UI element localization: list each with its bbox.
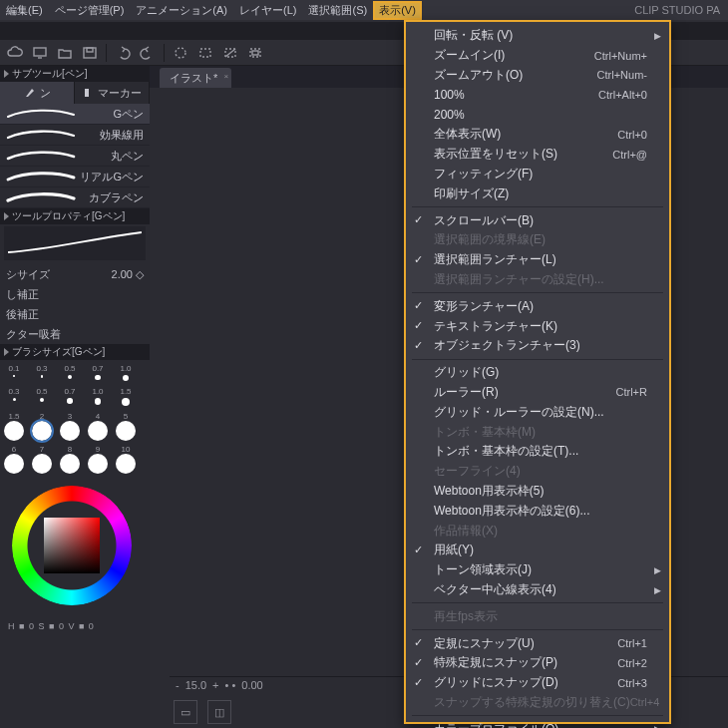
sv-square[interactable] xyxy=(44,518,100,573)
property-row[interactable]: シサイズ2.00 ◇ xyxy=(0,264,150,284)
submenu-arrow-icon: ▶ xyxy=(654,31,661,41)
document-tab[interactable]: イラスト* × xyxy=(160,68,231,88)
menu-item[interactable]: アニメーション(A) xyxy=(130,1,233,20)
svg-rect-4 xyxy=(200,49,210,57)
menu-item[interactable]: レイヤー(L) xyxy=(233,1,302,20)
size-preset[interactable]: 0.5 xyxy=(60,364,80,381)
menu-item[interactable]: ページ管理(P) xyxy=(49,1,131,20)
view-menu-dropdown[interactable]: 回転・反転 (V)▶ズームイン(I)Ctrl+Num+ズームアウト(O)Ctrl… xyxy=(404,20,671,724)
size-preset[interactable]: 0.7 xyxy=(60,387,80,406)
brush-row[interactable]: リアルGペン xyxy=(0,167,150,187)
subtool-panel-title: サブツール[ペン] xyxy=(0,66,150,82)
ruler-tool-1-icon[interactable]: ▭ xyxy=(174,700,197,724)
size-preset[interactable]: 1.0 xyxy=(88,387,108,406)
brush-list[interactable]: Gペン効果線用丸ペンリアルGペンカブラペン xyxy=(0,104,150,208)
size-chip[interactable]: 10 xyxy=(116,445,136,474)
size-chip[interactable]: 2 xyxy=(32,412,52,441)
size-preset[interactable]: 0.5 xyxy=(32,387,52,406)
brush-row[interactable]: Gペン xyxy=(0,104,150,125)
property-row[interactable]: 後補正 xyxy=(0,304,150,324)
submenu-arrow-icon: ▶ xyxy=(654,585,661,595)
size-chip[interactable]: 7 xyxy=(32,445,52,474)
menu-item[interactable]: ✓特殊定規にスナップ(P)Ctrl+2 xyxy=(406,653,669,673)
tool-tab-marker[interactable]: マーカー xyxy=(75,82,150,104)
menu-item[interactable]: ✓定規にスナップ(U)Ctrl+1 xyxy=(406,633,669,653)
menu-item[interactable]: ベクター中心線表示(4)▶ xyxy=(406,580,669,600)
invert-icon[interactable] xyxy=(219,43,241,63)
menu-item[interactable]: ルーラー(R)Ctrl+R xyxy=(406,383,669,403)
check-icon: ✓ xyxy=(414,544,423,556)
undo-icon[interactable] xyxy=(112,43,134,63)
menu-item[interactable]: ✓テキストランチャー(K) xyxy=(406,316,669,336)
pressure-curve[interactable] xyxy=(4,226,146,260)
menu-item[interactable]: Webtoon用表示枠の設定(6)... xyxy=(406,501,669,521)
menu-item[interactable]: カラープロファイル(Q)▶ xyxy=(406,719,669,728)
menu-item[interactable]: 100%Ctrl+Alt+0 xyxy=(406,85,669,105)
menu-item[interactable]: Webtoon用表示枠(5) xyxy=(406,482,669,502)
size-chip[interactable]: 1.5 xyxy=(4,412,24,441)
brush-row[interactable]: 効果線用 xyxy=(0,125,150,146)
menu-item[interactable]: 表示(V) xyxy=(373,1,422,20)
ruler-tool-2-icon[interactable]: ◫ xyxy=(207,700,231,724)
hsv-readout: H ■ 0 S ■ 0 V ■ 0 xyxy=(8,621,95,631)
submenu-arrow-icon: ▶ xyxy=(654,724,661,728)
size-preset[interactable]: 0.3 xyxy=(32,364,52,381)
property-row[interactable]: クター吸着 xyxy=(0,324,150,344)
menu-item[interactable]: ✓グリッドにスナップ(D)Ctrl+3 xyxy=(406,673,669,693)
menu-item[interactable]: 200% xyxy=(406,105,669,125)
menu-item[interactable]: 回転・反転 (V)▶ xyxy=(406,26,669,46)
menu-separator xyxy=(412,629,663,630)
menu-item[interactable]: トンボ・基本枠の設定(T)... xyxy=(406,442,669,462)
menu-item[interactable]: ✓スクロールバー(B) xyxy=(406,210,669,230)
size-chip[interactable]: 6 xyxy=(4,445,24,474)
screen-icon[interactable] xyxy=(29,43,51,63)
tool-tab-pen[interactable]: ン xyxy=(0,82,75,104)
menu-item[interactable]: 印刷サイズ(Z) xyxy=(406,183,669,203)
menu-item[interactable]: ズームイン(I)Ctrl+Num+ xyxy=(406,46,669,66)
menubar[interactable]: 編集(E)ページ管理(P)アニメーション(A)レイヤー(L)選択範囲(S)表示(… xyxy=(0,0,728,20)
size-preset[interactable]: 0.7 xyxy=(88,364,108,381)
brush-row[interactable]: 丸ペン xyxy=(0,146,150,167)
cloud-icon[interactable] xyxy=(4,43,26,63)
brushsize-panel: 0.10.30.50.71.0 0.30.50.71.01.5 1.52345 … xyxy=(0,360,150,482)
size-chip[interactable]: 4 xyxy=(88,412,108,441)
deselect-icon[interactable] xyxy=(194,43,216,63)
size-preset[interactable]: 1.5 xyxy=(116,387,136,406)
folder-open-icon[interactable] xyxy=(54,43,76,63)
menu-item[interactable]: ✓選択範囲ランチャー(L) xyxy=(406,250,669,270)
color-wheel-panel[interactable]: H ■ 0 S ■ 0 V ■ 0 xyxy=(0,482,150,631)
menu-item[interactable]: 表示位置をリセット(S)Ctrl+@ xyxy=(406,145,669,165)
brush-row[interactable]: カブラペン xyxy=(0,187,150,208)
menu-item[interactable]: ✓変形ランチャー(A) xyxy=(406,296,669,316)
size-preset[interactable]: 0.1 xyxy=(4,364,24,381)
border-icon[interactable] xyxy=(244,43,266,63)
check-icon: ✓ xyxy=(414,676,423,689)
menu-item[interactable]: グリッド・ルーラーの設定(N)... xyxy=(406,402,669,422)
menu-item[interactable]: ズームアウト(O)Ctrl+Num- xyxy=(406,66,669,86)
menu-item[interactable]: 編集(E) xyxy=(0,1,49,20)
menu-item[interactable]: トーン領域表示(J)▶ xyxy=(406,560,669,580)
menu-item[interactable]: ✓用紙(Y) xyxy=(406,541,669,560)
size-chip[interactable]: 9 xyxy=(88,445,108,474)
close-icon[interactable]: × xyxy=(224,72,229,81)
size-preset[interactable]: 0.3 xyxy=(4,387,24,406)
menu-item[interactable]: ✓オブジェクトランチャー(3) xyxy=(406,336,669,356)
menu-item[interactable]: 選択範囲(S) xyxy=(302,1,373,20)
redo-icon[interactable] xyxy=(137,43,159,63)
size-chip[interactable]: 8 xyxy=(60,445,80,474)
zoom-value: 15.0 xyxy=(185,679,206,691)
svg-rect-7 xyxy=(252,51,258,55)
zoom-minus[interactable]: - xyxy=(176,679,180,691)
size-chip[interactable]: 5 xyxy=(116,412,136,441)
save-icon[interactable] xyxy=(79,43,101,63)
zoom-plus[interactable]: + xyxy=(212,679,218,691)
size-preset[interactable]: 1.0 xyxy=(116,364,136,381)
menu-item[interactable]: グリッド(G) xyxy=(406,363,669,383)
menu-item[interactable]: フィッティング(F) xyxy=(406,165,669,184)
svg-rect-2 xyxy=(87,48,93,52)
size-chip[interactable]: 3 xyxy=(60,412,80,441)
brushsize-panel-title: ブラシサイズ[Gペン] xyxy=(0,344,150,360)
menu-item[interactable]: 全体表示(W)Ctrl+0 xyxy=(406,125,669,145)
clear-icon[interactable] xyxy=(170,43,191,63)
property-row[interactable]: し補正 xyxy=(0,284,150,304)
